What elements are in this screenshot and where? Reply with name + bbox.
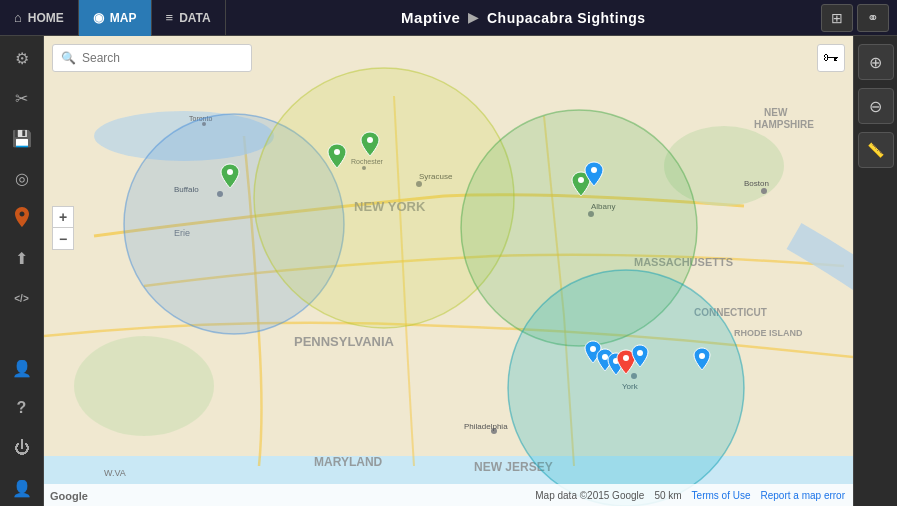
export-button[interactable]: ⬆ <box>4 240 40 276</box>
zoom-in-circle-icon: ⊕ <box>869 53 882 72</box>
left-sidebar: ⚙ ✂ 💾 ◎ ⬆ </> 👤 ? ⏻ 👤 <box>0 36 44 506</box>
measure-icon: 📏 <box>867 142 884 158</box>
nav-home-label: HOME <box>28 11 64 25</box>
breadcrumb-current: Chupacabra Sightings <box>487 10 646 26</box>
share-button[interactable]: ⚭ <box>857 4 889 32</box>
map-bottom-bar: Google Map data ©2015 Google 50 km Terms… <box>44 484 853 506</box>
fullscreen-button[interactable]: ⊞ <box>821 4 853 32</box>
nav-map-label: MAP <box>110 11 137 25</box>
power-button[interactable]: ⏻ <box>4 430 40 466</box>
top-bar: ⌂ HOME ◉ MAP ≡ DATA Maptive ▶ Chupacabra… <box>0 0 897 36</box>
marker-button[interactable] <box>4 200 40 236</box>
account-button[interactable]: 👤 <box>4 470 40 506</box>
report-map-error-link[interactable]: Report a map error <box>761 490 845 501</box>
zoom-out-circle-button[interactable]: ⊖ <box>858 88 894 124</box>
google-logo: Google <box>50 490 88 502</box>
map-area[interactable]: NEW YORK PENNSYLVANIA MASSACHUSETTS CONN… <box>44 36 853 506</box>
map-nav-icon: ◉ <box>93 10 104 25</box>
top-bar-right: ⊞ ⚭ <box>821 4 897 32</box>
right-sidebar: ⊕ ⊖ 📏 <box>853 36 897 506</box>
zoom-in-button[interactable]: + <box>52 206 74 228</box>
map-attribution: Map data ©2015 Google <box>535 490 644 501</box>
key-button[interactable]: 🗝 <box>817 44 845 72</box>
app-title-area: Maptive ▶ Chupacabra Sightings <box>226 9 821 26</box>
zoom-out-circle-icon: ⊖ <box>869 97 882 116</box>
terms-of-use-link[interactable]: Terms of Use <box>692 490 751 501</box>
nav-home[interactable]: ⌂ HOME <box>0 0 79 36</box>
measure-button[interactable]: 📏 <box>858 132 894 168</box>
search-input[interactable] <box>82 51 243 65</box>
map-scale: 50 km <box>654 490 681 501</box>
zoom-out-button[interactable]: − <box>52 228 74 250</box>
map-search[interactable]: 🔍 <box>52 44 252 72</box>
home-icon: ⌂ <box>14 10 22 25</box>
screenshot-button[interactable]: ◎ <box>4 160 40 196</box>
breadcrumb-separator: ▶ <box>468 10 479 25</box>
save-button[interactable]: 💾 <box>4 120 40 156</box>
map-zoom-controls: + − <box>52 206 74 250</box>
nav-data[interactable]: ≡ DATA <box>152 0 226 36</box>
user-button[interactable]: 👤 <box>4 350 40 386</box>
marker-icon <box>13 207 31 229</box>
embed-button[interactable]: </> <box>4 280 40 316</box>
settings-button[interactable]: ⚙ <box>4 40 40 76</box>
zoom-in-circle-button[interactable]: ⊕ <box>858 44 894 80</box>
help-button[interactable]: ? <box>4 390 40 426</box>
tools-button[interactable]: ✂ <box>4 80 40 116</box>
search-icon: 🔍 <box>61 51 76 65</box>
nav-data-label: DATA <box>179 11 211 25</box>
app-name: Maptive <box>401 9 460 26</box>
fullscreen-icon: ⊞ <box>831 10 843 26</box>
data-icon: ≡ <box>166 10 174 25</box>
share-icon: ⚭ <box>867 10 879 26</box>
map-background <box>44 36 853 506</box>
nav-map[interactable]: ◉ MAP <box>79 0 152 36</box>
main-content: ⚙ ✂ 💾 ◎ ⬆ </> 👤 ? ⏻ 👤 <box>0 36 897 506</box>
